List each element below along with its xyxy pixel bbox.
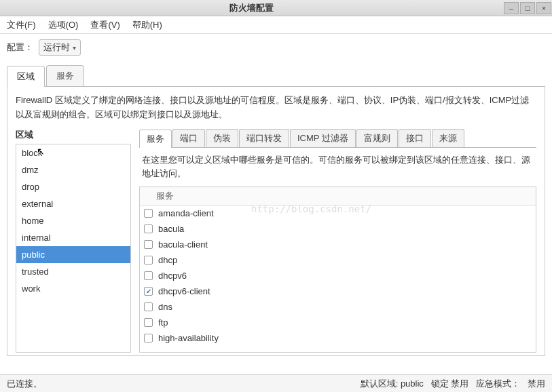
default-zone-label: 默认区域: (361, 378, 399, 389)
service-name: dns (158, 302, 172, 312)
service-name: dhcpv6 (158, 271, 187, 281)
zone-item-dmz[interactable]: dmz (16, 161, 130, 178)
inner-tabs: 服务端口伪装端口转发ICMP 过滤器富规则接口来源 (139, 129, 536, 148)
inner-tab-3[interactable]: 端口转发 (239, 129, 289, 147)
service-name: bacula-client (158, 239, 208, 250)
service-row[interactable]: ftp (140, 315, 536, 330)
zone-detail-column: 服务端口伪装端口转发ICMP 过滤器富规则接口来源 在这里您可以定义区域中哪些服… (139, 129, 536, 353)
zone-list[interactable]: block↖dmzdropexternalhomeinternalpublict… (16, 144, 131, 353)
service-row[interactable]: dns (140, 299, 536, 315)
titlebar: 防火墙配置 – □ × (0, 0, 552, 16)
window-buttons: – □ × (503, 2, 552, 14)
inner-tab-5[interactable]: 富规则 (356, 129, 398, 147)
service-name: ftp (158, 317, 168, 328)
service-name: high-availability (158, 333, 219, 343)
zone-item-internal[interactable]: internal (16, 229, 130, 246)
cursor-icon: ↖ (37, 146, 45, 157)
zone-column: 区域 block↖dmzdropexternalhomeinternalpubl… (16, 129, 131, 353)
zone-item-public[interactable]: public (16, 246, 130, 263)
minimize-button[interactable]: – (504, 2, 519, 14)
service-checkbox[interactable] (144, 318, 153, 327)
service-checkbox[interactable] (144, 256, 153, 264)
status-right: 默认区域: public 锁定 禁用 应急模式： 禁用 (143, 378, 545, 390)
service-row[interactable]: dhcpv6 (140, 268, 536, 283)
inner-tab-7[interactable]: 来源 (432, 129, 464, 147)
chevron-down-icon: ▾ (73, 44, 76, 52)
service-checkbox[interactable] (144, 271, 153, 280)
config-row: 配置： 运行时 ▾ (0, 34, 552, 61)
service-checkbox[interactable] (144, 334, 153, 342)
service-checkbox[interactable] (144, 224, 153, 233)
service-row[interactable]: high-availability (140, 330, 536, 346)
zone-item-block[interactable]: block↖ (16, 144, 130, 161)
service-column-header: 服务 (140, 187, 536, 205)
service-checkbox[interactable] (144, 240, 153, 249)
statusbar: 已连接。 默认区域: public 锁定 禁用 应急模式： 禁用 (0, 374, 552, 392)
service-name: dhcpv6-client (158, 286, 210, 296)
inner-tab-2[interactable]: 伪装 (206, 129, 238, 147)
zone-item-trusted[interactable]: trusted (16, 263, 130, 280)
tab-service[interactable]: 服务 (46, 65, 84, 86)
config-label: 配置： (7, 41, 33, 54)
zone-item-external[interactable]: external (16, 195, 130, 212)
service-row[interactable]: ✔dhcpv6-client (140, 283, 536, 299)
panic-value: 禁用 (528, 378, 545, 389)
service-checkbox[interactable] (144, 209, 153, 218)
service-help-text: 在这里您可以定义区域中哪些服务是可信的。可信的服务可以被绑定到该区域的任意连接、… (139, 148, 536, 187)
outer-tabs: 区域 服务 (0, 65, 552, 86)
inner-tab-1[interactable]: 端口 (172, 129, 205, 147)
zone-list-header: 区域 (16, 129, 131, 141)
zone-description: FirewallD 区域定义了绑定的网络连接、接口以及源地址的可信程度。区域是服… (16, 94, 536, 122)
service-row[interactable]: dhcp (140, 252, 536, 268)
config-value: 运行时 (43, 41, 70, 54)
menu-view[interactable]: 查看(V) (88, 18, 122, 33)
service-name: bacula (158, 224, 184, 234)
zone-item-home[interactable]: home (16, 212, 130, 229)
service-row[interactable]: amanda-client (140, 205, 536, 221)
zone-item-drop[interactable]: drop (16, 178, 130, 195)
service-checkbox[interactable]: ✔ (144, 287, 153, 296)
service-name: dhcp (158, 255, 177, 265)
close-button[interactable]: × (536, 2, 551, 14)
menubar: 文件(F) 选项(O) 查看(V) 帮助(H) (0, 16, 552, 34)
menu-options[interactable]: 选项(O) (45, 18, 81, 33)
maximize-button[interactable]: □ (520, 2, 535, 14)
inner-tab-4[interactable]: ICMP 过滤器 (290, 129, 356, 147)
tab-zone[interactable]: 区域 (7, 66, 45, 87)
zone-panel: FirewallD 区域定义了绑定的网络连接、接口以及源地址的可信程度。区域是服… (7, 86, 545, 356)
config-dropdown[interactable]: 运行时 ▾ (39, 39, 81, 56)
lock-label: 锁定 (431, 378, 449, 389)
menu-help[interactable]: 帮助(H) (130, 18, 165, 33)
service-checkbox[interactable] (144, 302, 153, 311)
service-list[interactable]: 服务 amanda-clientbaculabacula-clientdhcpd… (139, 187, 536, 352)
service-row[interactable]: bacula (140, 221, 536, 237)
lock-value: 禁用 (451, 378, 468, 389)
default-zone-value: public (401, 378, 424, 389)
inner-tab-0[interactable]: 服务 (139, 130, 172, 148)
inner-tab-6[interactable]: 接口 (399, 129, 431, 147)
window-title: 防火墙配置 (0, 2, 503, 14)
service-name: amanda-client (158, 208, 214, 218)
zone-item-work[interactable]: work (16, 280, 130, 297)
menu-file[interactable]: 文件(F) (4, 18, 39, 33)
status-connected: 已连接。 (7, 378, 143, 390)
panic-label: 应急模式： (476, 378, 520, 389)
service-row[interactable]: bacula-client (140, 237, 536, 252)
